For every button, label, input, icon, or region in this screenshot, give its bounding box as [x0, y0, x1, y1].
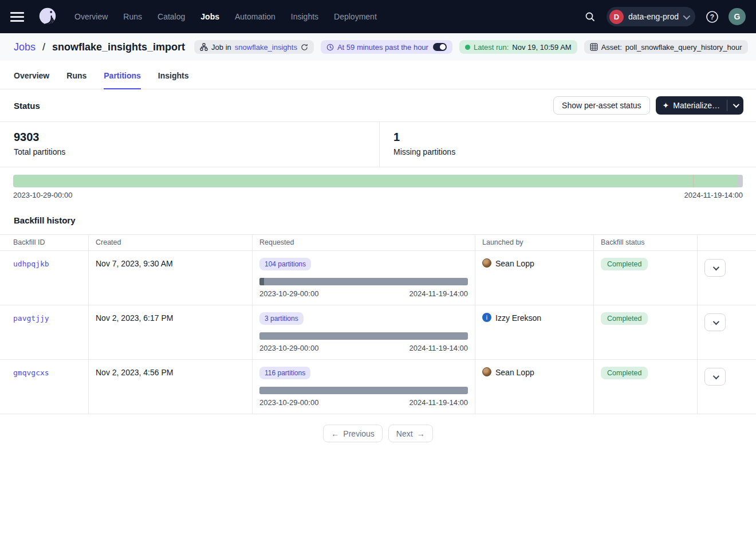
user-avatar[interactable]: G [729, 8, 746, 25]
partitions-count-badge[interactable]: 104 partitions [259, 258, 311, 270]
backfill-history-heading: Backfill history [0, 207, 756, 234]
total-partitions-stat: 9303 Total partitions [0, 122, 380, 167]
partition-status-bar[interactable] [13, 175, 743, 187]
row-menu-button[interactable] [704, 259, 726, 277]
next-page-button[interactable]: Next → [388, 425, 433, 442]
sparkle-icon: ✦ [663, 101, 670, 109]
row-menu-button[interactable] [704, 313, 726, 331]
created-cell: Nov 7, 2023, 9:30 AM [89, 251, 253, 305]
partition-range-start: 2023-10-29-00:00 [13, 191, 72, 199]
range-end: 2024-11-19-14:00 [410, 344, 468, 352]
col-launched-by: Launched by [475, 235, 594, 251]
range-start: 2023-10-29-00:00 [259, 289, 318, 298]
breadcrumb-separator: / [42, 41, 45, 53]
requested-cell: 116 partitions 2023-10-29-00:00 2024-11-… [253, 360, 475, 414]
backfill-range-bar [259, 278, 468, 285]
col-requested: Requested [253, 235, 475, 251]
pagination: ← Previous Next → [0, 425, 756, 442]
status-badge: Completed [601, 312, 648, 325]
nav-overview[interactable]: Overview [74, 12, 108, 21]
partitions-count-badge[interactable]: 116 partitions [259, 367, 310, 379]
job-tabs: Overview Runs Partitions Insights [0, 61, 756, 89]
row-menu-button[interactable] [704, 368, 726, 386]
actions-cell [698, 305, 756, 360]
status-cell: Completed [594, 360, 698, 414]
tab-overview[interactable]: Overview [14, 71, 49, 89]
created-cell: Nov 2, 2023, 6:17 PM [89, 305, 253, 360]
col-created: Created [89, 235, 253, 251]
missing-partitions-stat: 1 Missing partitions [380, 122, 469, 167]
user-photo-avatar [482, 258, 491, 268]
deployment-name: data-eng-prod [628, 12, 679, 21]
range-start: 2023-10-29-00:00 [259, 398, 318, 407]
launched-by-cell: Sean Lopp [475, 360, 594, 414]
status-cell: Completed [594, 305, 698, 360]
tab-partitions[interactable]: Partitions [104, 71, 141, 89]
materialize-dropdown-button[interactable] [727, 96, 743, 115]
total-partitions-label: Total partitions [14, 147, 365, 156]
nav-catalog[interactable]: Catalog [158, 12, 185, 21]
asset-badge: Asset: poll_snowflake_query_history_hour [584, 40, 748, 54]
launched-by-name: Sean Lopp [495, 259, 534, 268]
materialize-split-button: ✦ Materialize… [656, 96, 743, 115]
table-row: gmqvgcxs Nov 2, 2023, 4:56 PM 116 partit… [0, 360, 756, 414]
nav-runs[interactable]: Runs [123, 12, 142, 21]
status-heading: Status [14, 101, 40, 111]
breadcrumb-jobs-link[interactable]: Jobs [14, 41, 36, 53]
breadcrumb: Jobs / snowflake_insights_import Job in … [0, 33, 756, 61]
search-icon[interactable] [581, 8, 598, 25]
right-arrow-icon: → [417, 429, 425, 438]
status-badge: Completed [601, 258, 648, 270]
menu-icon[interactable] [10, 12, 24, 22]
backfill-history-table: Backfill ID Created Requested Launched b… [0, 234, 756, 414]
schedule-badge: At 59 minutes past the hour [321, 40, 452, 54]
show-per-asset-status-button[interactable]: Show per-asset status [553, 96, 650, 115]
range-start: 2023-10-29-00:00 [259, 344, 318, 352]
backfill-id-link[interactable]: udhpqjkb [0, 251, 89, 305]
nav-insights[interactable]: Insights [291, 12, 318, 21]
table-header-row: Backfill ID Created Requested Launched b… [0, 234, 756, 251]
launched-by-cell: i Izzy Erekson [475, 305, 594, 360]
user-photo-avatar [482, 367, 491, 376]
partition-range-end: 2024-11-19-14:00 [684, 191, 743, 199]
top-nav: Overview Runs Catalog Jobs Automation In… [0, 0, 756, 33]
missing-partitions-value: 1 [393, 131, 455, 144]
col-backfill-status: Backfill status [594, 235, 698, 251]
launched-by-name: Izzy Erekson [495, 313, 541, 323]
svg-text:?: ? [710, 13, 714, 21]
launched-by-cell: Sean Lopp [475, 251, 594, 305]
backfill-range-bar [259, 387, 468, 394]
launched-by-name: Sean Lopp [495, 368, 534, 377]
code-location-link[interactable]: snowflake_insights [235, 43, 297, 52]
materialize-label: Materialize… [673, 101, 720, 110]
backfill-id-link[interactable]: gmqvgcxs [0, 360, 89, 414]
tab-insights[interactable]: Insights [158, 71, 189, 89]
latest-run-time-link[interactable]: Nov 19, 10:59 AM [512, 43, 571, 52]
latest-run-label: Latest run: [474, 43, 509, 52]
schedule-toggle[interactable] [433, 43, 447, 51]
created-cell: Nov 2, 2023, 4:56 PM [89, 360, 253, 414]
partition-stats: 9303 Total partitions 1 Missing partitio… [0, 121, 756, 167]
partitions-count-badge[interactable]: 3 partitions [259, 312, 304, 325]
user-initial-avatar: i [482, 313, 491, 322]
chevron-down-icon [712, 318, 719, 324]
col-actions [698, 235, 756, 251]
dagster-logo-icon [37, 6, 58, 28]
previous-page-button[interactable]: ← Previous [323, 425, 382, 442]
col-backfill-id: Backfill ID [0, 235, 89, 251]
status-cell: Completed [594, 251, 698, 305]
top-nav-links: Overview Runs Catalog Jobs Automation In… [74, 12, 377, 21]
nav-deployment[interactable]: Deployment [334, 12, 377, 21]
help-icon[interactable]: ? [703, 8, 720, 25]
asset-name-link[interactable]: poll_snowflake_query_history_hour [625, 43, 742, 52]
job-in-label: Job in [211, 43, 231, 52]
deployment-switcher[interactable]: D data-eng-prod [607, 7, 695, 26]
nav-jobs[interactable]: Jobs [200, 12, 219, 21]
backfill-id-link[interactable]: pavgtjjy [0, 305, 89, 360]
nav-automation[interactable]: Automation [235, 12, 275, 21]
reload-icon[interactable] [301, 44, 308, 51]
materialize-button[interactable]: ✦ Materialize… [656, 96, 727, 115]
actions-cell [698, 251, 756, 305]
tab-runs[interactable]: Runs [66, 71, 86, 89]
chevron-down-icon [712, 372, 719, 379]
